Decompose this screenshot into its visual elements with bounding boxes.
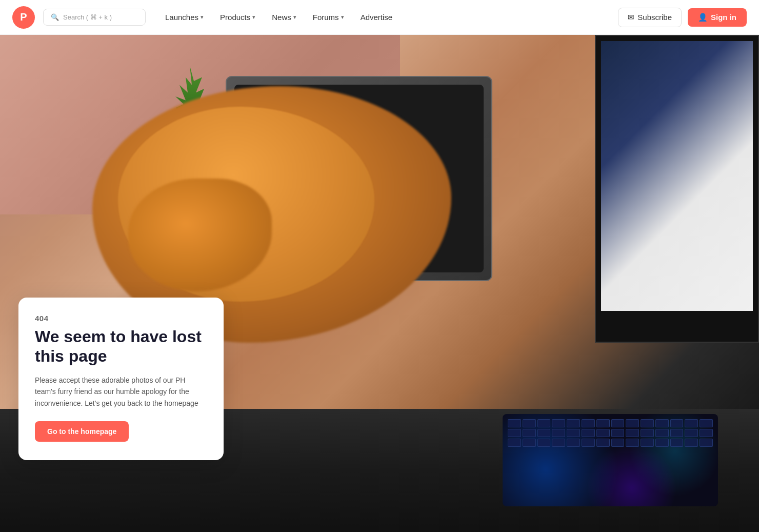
key [700,439,713,447]
keyboard [503,414,718,506]
key [670,419,684,427]
key [567,429,580,437]
key [596,419,610,427]
search-placeholder: Search ( ⌘ + k ) [63,13,112,21]
key [685,439,698,447]
navbar: P 🔍 Search ( ⌘ + k ) Launches ▾ Products… [0,0,759,35]
monitor-screen [601,41,753,311]
key [611,439,625,447]
nav-item-launches[interactable]: Launches ▾ [158,9,211,26]
key [582,439,595,447]
signin-button[interactable]: 👤 Sign in [688,8,747,27]
key [508,419,521,427]
key [508,439,521,447]
key [626,419,639,427]
key [655,439,669,447]
key [626,439,639,447]
key [596,429,610,437]
key [641,429,654,437]
chevron-down-icon: ▾ [252,14,255,21]
key [700,429,713,437]
key [700,419,713,427]
key [552,439,565,447]
keyboard-keys [508,419,713,447]
key [552,419,565,427]
chevron-down-icon: ▾ [341,14,344,21]
key [641,439,654,447]
key [523,419,536,427]
search-icon: 🔍 [51,13,59,21]
nav-item-news[interactable]: News ▾ [265,9,304,26]
key [582,429,595,437]
key [537,429,551,437]
search-bar[interactable]: 🔍 Search ( ⌘ + k ) [43,9,146,26]
nav-item-advertise[interactable]: Advertise [353,9,400,26]
key [685,429,698,437]
error-code: 404 [35,314,207,323]
chevron-down-icon: ▾ [201,14,204,21]
nav-item-products[interactable]: Products ▾ [213,9,263,26]
key [552,429,565,437]
site-logo[interactable]: P [12,6,35,29]
key [508,429,521,437]
key [655,419,669,427]
error-title: We seem to have lost this page [35,327,207,366]
error-card: 404 We seem to have lost this page Pleas… [18,298,224,460]
user-icon: 👤 [698,13,708,22]
key [655,429,669,437]
key [596,439,610,447]
nav-item-forums[interactable]: Forums ▾ [306,9,351,26]
key [537,439,551,447]
subscribe-button[interactable]: ✉ Subscribe [618,8,682,27]
key [641,419,654,427]
go-to-homepage-button[interactable]: Go to the homepage [35,421,129,442]
key [582,419,595,427]
nav-right-actions: ✉ Subscribe 👤 Sign in [618,8,747,27]
key [670,429,684,437]
nav-links: Launches ▾ Products ▾ News ▾ Forums ▾ Ad… [158,9,400,26]
key [523,439,536,447]
chevron-down-icon: ▾ [293,14,296,21]
key [611,429,625,437]
key [537,419,551,427]
key [567,439,580,447]
key [567,419,580,427]
monitor [595,35,759,343]
subscribe-icon: ✉ [628,13,634,22]
error-description: Please accept these adorable photos of o… [35,375,207,409]
key [670,439,684,447]
key [626,429,639,437]
key [523,429,536,437]
key [611,419,625,427]
key [685,419,698,427]
